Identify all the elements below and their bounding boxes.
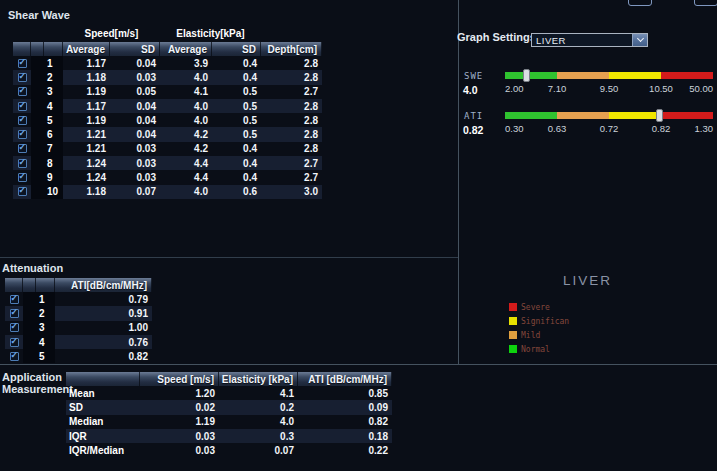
checkbox-cell [13,85,31,99]
value-cell: 0.82 [55,351,152,362]
row-checkbox[interactable] [10,295,19,304]
value-cell: 2.7 [261,172,322,183]
cell-value: 2.8 [261,143,322,154]
row-checkbox[interactable] [18,130,27,139]
cell-value: 4.4 [160,172,212,183]
tick-label: 0.72 [600,123,619,134]
value-cell: 4.2 [160,143,212,154]
window-button-1[interactable] [628,0,652,6]
row-checkbox[interactable] [18,159,27,168]
row-checkbox[interactable] [10,338,19,347]
row-number: 8 [44,158,53,169]
cell-value: 0.82 [298,416,392,427]
stat-label-cell: IQR [66,431,140,442]
range-segment [557,112,609,119]
row-checkbox[interactable] [18,187,27,196]
shear-wave-header-cell: SD [212,42,261,56]
row-checkbox[interactable] [18,73,27,82]
cell-value: 0.04 [110,58,160,69]
row-checkbox[interactable] [10,323,19,332]
value-cell: 4.2 [160,129,212,140]
row-checkbox[interactable] [18,173,27,182]
legend-color-swatch [509,331,517,339]
application-measurement-table: Speed [m/s]Elasticity [kPa]ATI [dB/cm/MH… [66,372,392,457]
row-number-cell: 1 [44,56,63,70]
table-row: 10.79 [5,292,152,306]
window-button-2[interactable] [694,0,717,6]
range-segment [505,72,557,79]
value-cell: 0.03 [110,143,160,154]
dropdown-arrow-button[interactable] [632,34,647,46]
row-indicator-cell [31,113,44,127]
row-number: 9 [44,172,53,183]
value-cell: 1.21 [63,129,110,140]
row-number-cell: 5 [36,349,55,363]
row-checkbox[interactable] [18,144,27,153]
cell-value: 0.07 [219,445,298,456]
table-row: 71.210.034.20.42.8 [13,142,322,156]
cell-value: 0.4 [212,172,261,183]
shear-wave-header-cell: Depth[cm] [261,42,322,56]
cell-value: 4.1 [219,388,298,399]
row-indicator-cell [31,85,44,99]
checkbox-cell [5,292,23,306]
swe-slider-thumb[interactable] [523,69,530,82]
graph-title: LIVER [458,273,717,288]
column-header-label: ATI[dB/cm/MHz] [55,280,151,291]
swe-tick-labels: 2.007.109.5010.5050.00 [505,83,713,93]
value-cell: 0.03 [110,72,160,83]
row-indicator-cell [31,99,44,113]
cell-value: 2.8 [261,58,322,69]
cell-value: 0.04 [110,101,160,112]
cell-value: 2.8 [261,72,322,83]
table-row: Median1.194.00.82 [66,415,392,429]
table-row: 41.170.044.00.52.8 [13,99,322,113]
checkbox-cell [13,113,31,127]
value-cell: 1.18 [63,72,110,83]
value-cell: 4.0 [160,115,212,126]
cell-value: 4.0 [160,72,212,83]
cell-value: 0.03 [110,158,160,169]
checkbox-cell [13,99,31,113]
chevron-down-icon [636,35,643,42]
column-header-label: Elasticity [kPa] [219,374,297,385]
legend-item: Mild [509,331,569,341]
value-cell: 0.4 [212,72,261,83]
table-row: 61.210.044.20.52.8 [13,127,322,141]
cell-value: 0.91 [55,308,152,319]
cell-value: 0.03 [110,143,160,154]
row-number-cell: 3 [44,85,63,99]
value-cell: 1.17 [63,101,110,112]
cell-value: 0.4 [212,58,261,69]
value-cell: 0.07 [219,445,298,456]
value-cell: 0.05 [110,86,160,97]
row-checkbox[interactable] [18,87,27,96]
legend-label: Normal [521,345,550,354]
row-indicator-cell [23,321,36,335]
cell-value: 0.82 [55,351,152,362]
row-checkbox[interactable] [10,352,19,361]
graph-settings-select[interactable]: LIVER [531,33,648,47]
row-checkbox[interactable] [18,59,27,68]
tick-label: 0.63 [548,123,567,134]
table-row: IQR0.030.30.18 [66,429,392,443]
section-divider-application [0,364,717,365]
stat-label-cell: IQR/Median [66,445,140,456]
severity-legend: SevereSignificanMildNormal [509,303,569,359]
row-checkbox[interactable] [18,102,27,111]
tick-label: 10.50 [649,83,673,94]
row-checkbox[interactable] [10,309,19,318]
cell-value: 0.05 [110,86,160,97]
cell-value: 1.19 [63,115,110,126]
cell-value: 1.18 [63,72,110,83]
ati-slider-thumb[interactable] [656,109,663,122]
cell-value: 1.19 [63,86,110,97]
application-header-row: Speed [m/s]Elasticity [kPa]ATI [dB/cm/MH… [66,372,392,386]
row-checkbox[interactable] [18,116,27,125]
attenuation-header-cell [23,278,36,292]
cell-value: 0.04 [110,129,160,140]
cell-value: 0.03 [110,172,160,183]
row-number: 7 [44,143,53,154]
checkbox-cell [13,127,31,141]
value-cell: 0.4 [212,58,261,69]
